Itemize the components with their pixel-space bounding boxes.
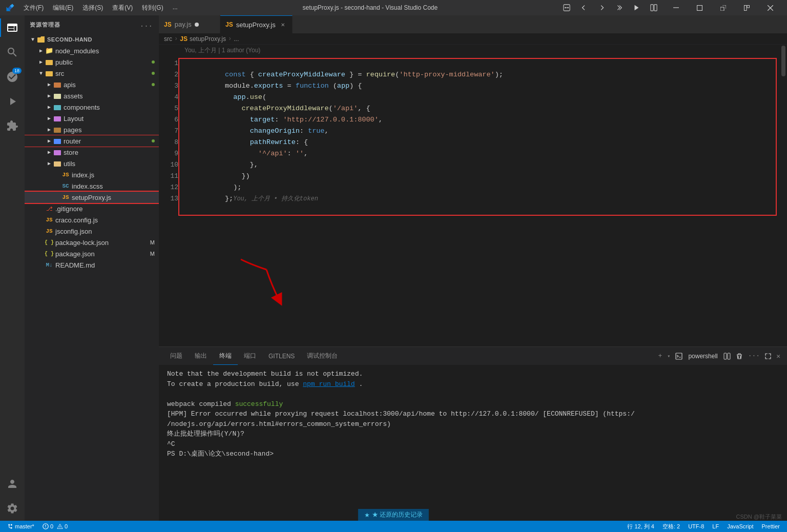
titlebar: 文件(F) 编辑(E) 选择(S) 查看(V) 转到(G) ... setupP… [0,0,787,15]
back-icon[interactable] [576,0,592,15]
terminal-line-blank [167,389,779,399]
setupproxy-label: setupProxy.js [72,194,111,201]
sidebar-header: 资源管理器 ... [25,15,159,34]
menu-goto[interactable]: 转到(G) [138,3,167,13]
sidebar-more-button[interactable]: ... [139,19,154,30]
menu-more[interactable]: ... [169,3,182,13]
panel-more-button[interactable]: ··· [747,351,761,361]
tree-item-layout[interactable]: ▶ Layout [25,113,159,124]
public-dot [152,60,155,64]
split-icon[interactable] [646,0,662,15]
assets-label: assets [64,92,83,100]
activity-explorer[interactable] [0,15,25,40]
tree-item-index-scss[interactable]: ▶ SC index.scss [25,180,159,192]
store-label: store [64,149,78,156]
index-js-label: index.js [72,171,94,179]
tree-item-readme[interactable]: ▶ M↓ README.md [25,259,159,271]
panel-tab-terminal[interactable]: 终端 [213,347,238,365]
activity-search[interactable] [0,40,25,65]
forward2-icon[interactable] [611,0,627,15]
terminal-line-hpm2: /nodejs.org/api/errors.html#errors_commo… [167,419,779,429]
tree-item-public[interactable]: ▶ public [25,56,159,68]
node-modules-icon: 📁 [45,47,53,55]
panel-maximize-button[interactable] [763,352,773,361]
tree-item-package-lock[interactable]: ▶ { } package-lock.json M [25,237,159,248]
tree-item-setupproxy[interactable]: ▶ JS setupProxy.js [25,192,159,203]
layout-button[interactable] [735,0,758,15]
panel-tab-debug[interactable]: 调试控制台 [301,347,344,365]
tab-setupproxy-close[interactable]: ✕ [279,21,287,29]
panel-add-dropdown[interactable]: ▾ [666,352,672,361]
menu-select[interactable]: 选择(S) [78,3,107,13]
status-git-branch[interactable]: master* [5,523,36,529]
tree-item-craco[interactable]: ▶ JS craco.config.js [25,214,159,226]
tree-item-gitignore[interactable]: ▶ ⎇ .gitignore [25,203,159,214]
maximize-button[interactable] [711,0,735,15]
panel-trash-button[interactable] [734,351,744,361]
activity-git[interactable]: 18 [0,65,25,89]
panel-tab-problems[interactable]: 问题 [164,347,189,365]
activity-run[interactable] [0,89,25,114]
status-encoding[interactable]: UTF-8 [686,523,706,529]
remote-icon[interactable] [558,0,575,15]
tab-pay-js[interactable]: JS pay.js [159,15,220,33]
forward-icon[interactable] [593,0,610,15]
panel-tab-output[interactable]: 输出 [189,347,213,365]
panel-tab-ports[interactable]: 端口 [238,347,262,365]
utils-label: utils [64,160,75,168]
tree-item-jsconfig[interactable]: ▶ JS jsconfig.json [25,226,159,237]
status-errors[interactable]: 0 0 [40,523,70,529]
restore-button[interactable] [688,0,711,15]
tree-root[interactable]: ▼ SECOND-HAND [25,34,159,45]
panel-close-button[interactable]: ✕ [775,351,782,362]
panel-content: Note that the development build is not o… [159,365,787,521]
tree-item-node-modules[interactable]: ▶ 📁 node_modules [25,45,159,56]
svg-rect-14 [54,94,61,99]
status-spaces[interactable]: 空格: 2 [660,523,682,530]
tree-item-utils[interactable]: ▶ utils [25,158,159,169]
tree-item-apis[interactable]: ▶ apis [25,79,159,90]
activity-extensions[interactable] [0,114,25,138]
tree-item-assets[interactable]: ▶ assets [25,90,159,101]
terminal-npm-link[interactable]: npm run build [303,380,355,388]
play-icon[interactable] [628,0,645,15]
activity-settings[interactable] [0,496,25,521]
activity-bar: 18 [0,15,25,521]
svg-rect-17 [54,128,61,133]
panel-split-button[interactable] [722,351,732,361]
assets-icon [53,92,61,100]
minimize-button[interactable] [664,0,688,15]
panel-terminal-icon[interactable] [674,351,684,361]
menu-edit[interactable]: 编辑(E) [49,3,77,13]
tree-item-package-json[interactable]: ▶ { } package.json M [25,248,159,259]
activity-accounts[interactable] [0,472,25,496]
restore-history-banner[interactable]: ★ ★ 还原的历史记录 [358,509,429,521]
menu-file[interactable]: 文件(F) [19,3,48,13]
status-position[interactable]: 行 12, 列 4 [625,523,656,530]
svg-rect-15 [54,105,61,110]
tree-item-pages[interactable]: ▶ pages [25,124,159,135]
router-chevron: ▶ [45,137,53,145]
tree-item-components[interactable]: ▶ components [25,101,159,113]
tree-item-router[interactable]: ▶ router [25,135,159,147]
svg-rect-24 [728,353,730,359]
panel-add-button[interactable]: + [657,351,664,361]
tab-setupproxy[interactable]: JS setupProxy.js ✕ [220,15,293,33]
status-line-ending[interactable]: LF [710,523,721,529]
editor-scrollbar[interactable] [780,45,787,346]
close-button[interactable] [758,0,782,15]
tree-item-src[interactable]: ▼ src [25,68,159,79]
tree-item-store[interactable]: ▶ store [25,147,159,158]
code-line-10: }) [182,159,787,171]
tree-item-index-js[interactable]: ▶ JS index.js [25,169,159,180]
package-lock-icon: { } [45,238,53,247]
root-chevron: ▼ [29,35,37,44]
panel-tab-gitlens[interactable]: GITLENS [262,347,301,365]
panel-terminal-label: powershell [686,353,719,360]
menu-view[interactable]: 查看(V) [108,3,137,13]
svg-point-1 [565,7,566,9]
inline-blame-12: You, 上个月 • 持久化token [233,195,318,202]
layout-icon [53,114,61,122]
status-language[interactable]: JavaScript [725,523,755,529]
status-formatter[interactable]: Prettier [760,523,782,529]
